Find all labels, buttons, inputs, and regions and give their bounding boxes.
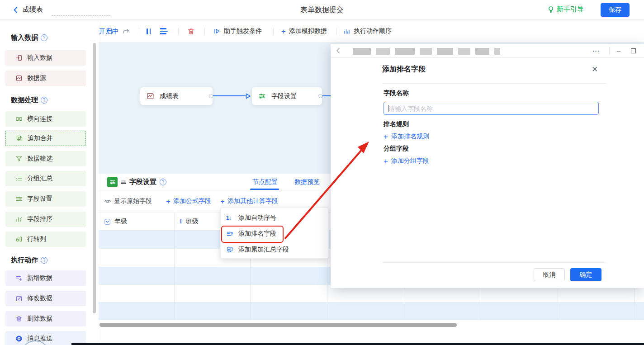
add-group-field-button[interactable]: 添加分组字段 — [384, 157, 429, 165]
cumulative-icon — [226, 246, 234, 253]
dialog-title: 添加排名字段 — [382, 65, 426, 74]
plus-icon — [166, 198, 170, 205]
column-header-class[interactable]: I 班级 — [180, 217, 198, 226]
list-icon — [15, 175, 23, 182]
menu-item-rank-field[interactable]: 添加排名字段 — [221, 226, 328, 241]
delete-node-icon[interactable] — [187, 20, 195, 43]
sidebar-item-delete-data[interactable]: 删除数据 — [5, 311, 86, 326]
cancel-button[interactable]: 取消 — [534, 268, 565, 281]
close-icon[interactable] — [589, 64, 600, 75]
flow-edge — [213, 95, 246, 96]
sidebar-item-input-data[interactable]: 输入数据 — [5, 50, 86, 66]
output-port[interactable] — [318, 94, 322, 98]
maximize-icon[interactable] — [627, 44, 639, 58]
node-score-table[interactable]: 成绩表 — [140, 87, 213, 105]
toolbar-divider — [336, 28, 337, 35]
plus-icon — [220, 198, 225, 205]
sidebar-item-horizontal-join[interactable]: 横向连接 — [5, 111, 86, 127]
horizontal-scrollbar[interactable] — [99, 323, 457, 327]
toolbar-divider — [273, 28, 274, 35]
help-icon[interactable] — [41, 34, 47, 41]
node-field-settings[interactable]: 字段设置 — [252, 87, 322, 105]
add-mock-data-button[interactable]: 添加模拟数据 — [281, 20, 327, 43]
sidebar-item-edit-data[interactable]: 修改数据 — [5, 291, 86, 306]
panel-title[interactable]: 字段设置 — [129, 178, 156, 186]
section-actions: 执行动作 — [11, 256, 47, 265]
sidebar-item-group-summary[interactable]: 分组汇总 — [5, 171, 86, 186]
show-original-fields-toggle[interactable]: 显示原始字段 — [104, 197, 152, 205]
plus-icon — [384, 133, 388, 141]
text-caret — [388, 105, 388, 112]
trash-icon — [15, 315, 23, 322]
row-to-column-icon — [15, 236, 23, 243]
sidebar-item-append-merge[interactable]: 追加合并 — [5, 131, 86, 146]
confirm-button[interactable]: 确定 — [570, 268, 601, 281]
datasource-icon — [15, 75, 23, 82]
toolbar-divider — [178, 28, 179, 35]
table-source-icon — [147, 92, 154, 100]
save-button[interactable]: 保存 — [601, 3, 630, 17]
merge-icon — [16, 135, 23, 142]
title-edit-underline[interactable] — [52, 15, 110, 16]
add-record-icon — [15, 274, 23, 282]
assistant-trigger-button[interactable]: 助手触发条件 — [213, 20, 262, 43]
dialog-divider — [382, 83, 606, 84]
help-icon[interactable] — [160, 179, 166, 185]
menu-item-cumulative-sum[interactable]: 添加累加汇总字段 — [221, 241, 328, 257]
beginner-guide-link[interactable]: 新手引导 — [547, 5, 584, 14]
sidebar-item-add-data[interactable]: 新增数据 — [5, 270, 86, 286]
top-bar: 成绩表 表单数据提交 新手引导 保存 — [0, 0, 644, 20]
field-name-label: 字段名称 — [384, 89, 409, 97]
column-header-grade[interactable]: 年级 — [104, 217, 127, 226]
redo-icon[interactable] — [122, 20, 130, 43]
help-icon[interactable] — [41, 97, 47, 104]
add-formula-field-button[interactable]: 添加公式字段 — [166, 197, 211, 205]
node-sidebar: 输入数据 输入数据 数据源 数据处理 横向连接 追加合并 数据筛选 — [0, 20, 98, 345]
back-icon[interactable] — [335, 47, 342, 54]
action-order-button[interactable]: 执行动作顺序 — [343, 20, 392, 43]
sliders-icon — [258, 92, 266, 100]
field-name-input[interactable] — [384, 102, 599, 115]
message-push-icon — [15, 335, 23, 342]
minimize-icon[interactable]: – — [613, 44, 625, 58]
sliders-icon — [15, 195, 23, 203]
guide-label: 新手引导 — [557, 5, 584, 14]
select-type-icon — [104, 218, 111, 225]
group-field-label: 分组字段 — [384, 145, 409, 153]
order-chart-icon — [343, 28, 350, 35]
toolbar-divider — [204, 28, 205, 35]
sidebar-item-field-settings[interactable]: 字段设置 — [5, 191, 86, 207]
sidebar-item-row-to-column[interactable]: 行转列 — [5, 232, 86, 247]
help-icon[interactable] — [41, 257, 47, 264]
sidebar-item-data-filter[interactable]: 数据筛选 — [5, 151, 86, 166]
sidebar-item-field-sort[interactable]: 字段排序 — [5, 212, 86, 227]
undo-icon[interactable] — [106, 20, 114, 43]
tab-data-preview[interactable]: 数据预览 — [294, 178, 320, 186]
plus-icon — [281, 28, 286, 35]
join-icon — [15, 115, 23, 123]
canvas-toolbar: 助手触发条件 添加模拟数据 执行动作顺序 开启中 — [99, 20, 644, 43]
vertical-align-icon[interactable] — [147, 20, 151, 43]
plus-icon — [384, 157, 388, 165]
panel-title-glyph-icon — [121, 180, 126, 185]
section-input-data: 输入数据 — [11, 33, 47, 42]
app-window: 成绩表 表单数据提交 新手引导 保存 输入数据 输入数据 数据源 数据处理 — [0, 0, 644, 345]
dialog-footer-divider — [382, 262, 606, 263]
sidebar-divider — [98, 20, 98, 345]
tab-node-config[interactable]: 节点配置 — [252, 178, 278, 186]
filter-icon — [15, 155, 23, 162]
add-rank-rule-button[interactable]: 添加排名规则 — [384, 132, 429, 141]
sidebar-scrollbar[interactable] — [93, 43, 96, 313]
more-options-icon[interactable]: ⋯ — [590, 44, 602, 58]
output-port[interactable] — [209, 94, 213, 98]
rank-rule-label: 排名规则 — [384, 120, 409, 128]
horizontal-align-icon[interactable] — [160, 20, 168, 43]
run-condition-icon — [213, 28, 221, 35]
menu-item-auto-number[interactable]: 1↓ 添加自动序号 — [221, 210, 328, 226]
auto-number-icon: 1↓ — [226, 215, 234, 221]
sidebar-item-datasource[interactable]: 数据源 — [5, 71, 86, 86]
screen-bottom-edge — [71, 343, 644, 345]
toolbar-divider — [139, 28, 139, 35]
add-other-calc-field-button[interactable]: 添加其他计算字段 — [220, 197, 278, 205]
dialog-titlebar: ⋯ – — [331, 44, 644, 58]
